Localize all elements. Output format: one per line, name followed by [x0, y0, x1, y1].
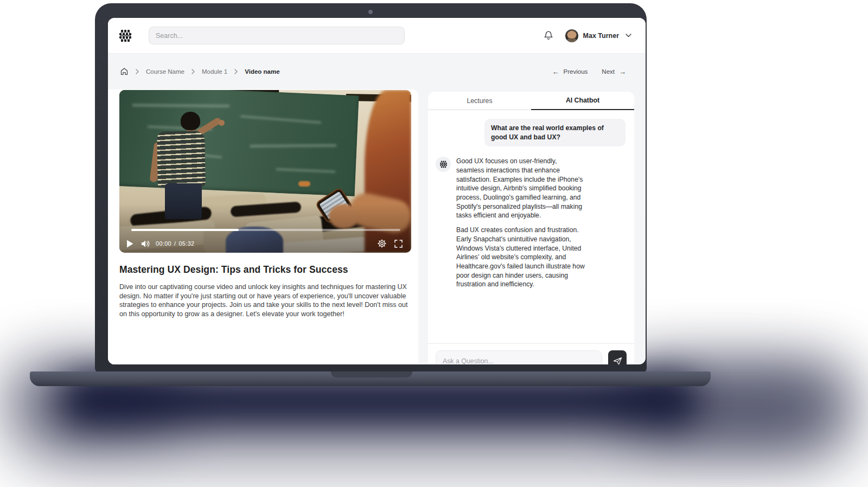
user-name[interactable]: Max Turner [583, 32, 619, 40]
video-time: 00:00 / 05:32 [156, 240, 194, 247]
video-time-separator: / [174, 240, 176, 247]
volume-icon[interactable] [141, 240, 150, 248]
next-label: Next [602, 68, 615, 75]
play-button-icon[interactable] [126, 240, 133, 248]
fullscreen-icon[interactable] [394, 240, 403, 248]
chat-input-row [428, 343, 634, 364]
ai-paragraph: Good UX focuses on user-friendly, seamle… [456, 157, 586, 220]
app-logo-icon[interactable] [118, 29, 132, 42]
app-logo-icon [439, 161, 448, 168]
laptop-base-notch [331, 371, 412, 377]
arrow-left-icon: ← [552, 68, 559, 76]
top-bar: Max Turner [108, 18, 646, 54]
previous-button[interactable]: ← Previous [552, 68, 588, 76]
search-input[interactable] [149, 27, 405, 44]
ai-message-text: Good UX focuses on user-friendly, seamle… [456, 157, 586, 289]
breadcrumb-course[interactable]: Course Name [146, 68, 184, 75]
chevron-down-icon[interactable] [626, 34, 631, 37]
next-button[interactable]: Next → [602, 68, 626, 76]
ask-question-input[interactable] [436, 350, 602, 364]
home-icon[interactable] [120, 67, 129, 76]
app-window: Max Turner Course Name Module 1 Video na… [108, 18, 646, 364]
laptop-base [30, 371, 711, 386]
video-progress-bar[interactable] [131, 229, 400, 231]
chat-area: What are the real world examples of good… [428, 110, 634, 343]
breadcrumb-current: Video name [245, 68, 279, 75]
tab-ai-chatbot[interactable]: AI Chatbot [531, 92, 634, 110]
breadcrumb-module[interactable]: Module 1 [202, 68, 227, 75]
video-player[interactable]: 00:00 / 05:32 [119, 90, 411, 253]
chevron-right-icon [234, 69, 238, 74]
lesson-description: Dive into our captivating course video a… [119, 283, 411, 318]
video-controls: 00:00 / 05:32 [126, 239, 403, 248]
content-area: 00:00 / 05:32 [108, 89, 646, 364]
video-duration: 05:32 [178, 240, 194, 247]
user-question-bubble: What are the real world examples of good… [484, 119, 626, 146]
tab-lectures[interactable]: Lectures [428, 92, 531, 110]
lesson-title: Mastering UX Design: Tips and Tricks for… [119, 264, 411, 275]
webcam-dot [368, 10, 373, 14]
ai-paragraph: Bad UX creates confusion and frustration… [456, 226, 586, 289]
ai-bot-avatar [436, 157, 451, 172]
send-button[interactable] [608, 350, 627, 364]
video-progress-fill [131, 229, 239, 231]
lesson-pane: 00:00 / 05:32 [108, 89, 418, 364]
ai-message: Good UX focuses on user-friendly, seamle… [436, 157, 626, 289]
previous-label: Previous [564, 68, 588, 75]
settings-gear-icon[interactable] [378, 239, 386, 248]
send-paper-plane-icon [613, 357, 622, 364]
user-avatar[interactable] [565, 29, 578, 42]
notification-bell-icon[interactable] [544, 30, 553, 41]
chevron-right-icon [136, 69, 139, 74]
side-panel: Lectures AI Chatbot What are the real wo… [428, 92, 634, 364]
arrow-right-icon: → [619, 68, 626, 76]
panel-tabs: Lectures AI Chatbot [428, 92, 634, 110]
chevron-right-icon [192, 69, 195, 74]
breadcrumb: Course Name Module 1 Video name ← Previo… [108, 54, 646, 89]
video-current-time: 00:00 [156, 240, 171, 247]
